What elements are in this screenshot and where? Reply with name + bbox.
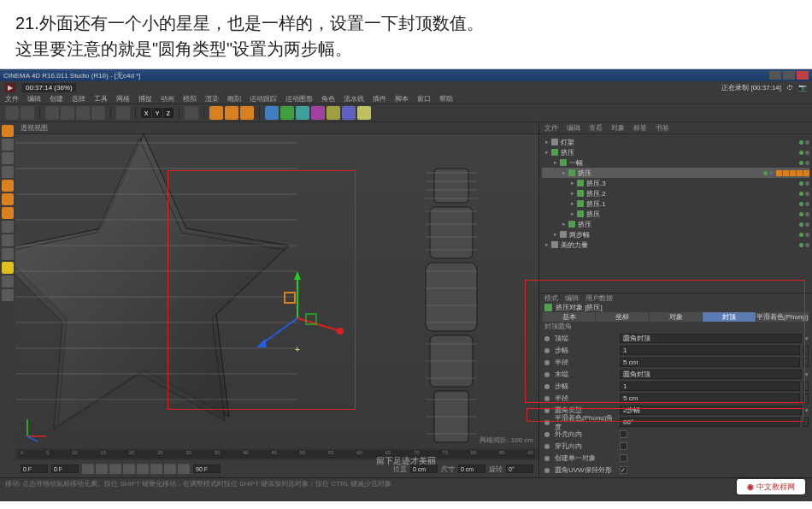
dropdown-field[interactable]: 2步幅 (620, 405, 802, 415)
workplane-button[interactable] (2, 166, 14, 178)
spinner[interactable] (803, 346, 809, 355)
snap-button[interactable] (2, 262, 14, 274)
planar-workplane-button[interactable] (2, 289, 14, 301)
close-button[interactable] (797, 71, 809, 80)
redo-button[interactable] (21, 106, 34, 120)
menu-item[interactable]: 渲染 (205, 94, 219, 104)
minimize-button[interactable] (769, 71, 781, 80)
rot-x[interactable]: 0° (506, 465, 533, 473)
coord-sys-button[interactable] (185, 106, 198, 120)
viewport[interactable]: + 网格间距: 100 cm (15, 134, 538, 448)
polygon-mode-button[interactable] (2, 207, 14, 219)
tree-row[interactable]: ▸挤压.2 (542, 188, 809, 198)
menu-item[interactable]: 插件 (373, 94, 386, 104)
menu-item[interactable]: 编辑 (27, 94, 41, 104)
render-view-button[interactable] (209, 106, 223, 120)
prev-frame-button[interactable] (109, 464, 121, 474)
menu-item[interactable]: 工具 (94, 94, 108, 104)
model-mode-button[interactable] (2, 139, 14, 151)
maximize-button[interactable] (783, 71, 795, 80)
axis-mode-button[interactable] (2, 221, 14, 233)
tree-row[interactable]: ▸挤压 (542, 219, 809, 229)
texture-mode-button[interactable] (2, 152, 14, 164)
tree-row[interactable]: ▸挤压 (542, 168, 809, 178)
attr-tab[interactable]: 平滑着色(Phong) (756, 312, 809, 322)
tree-row[interactable]: ▸挤压.3 (542, 178, 809, 188)
tree-row[interactable]: ▸两步幅 (542, 229, 809, 240)
spinner[interactable] (803, 382, 809, 391)
frame-current[interactable]: 0 F (51, 465, 79, 473)
render-region-button[interactable] (225, 106, 238, 120)
attr-tab[interactable]: 对象 (650, 312, 702, 322)
play-back-button[interactable] (123, 464, 135, 474)
checkbox[interactable] (620, 430, 627, 438)
camera-button[interactable] (342, 106, 356, 120)
timeline[interactable]: 051015202530354045505560657075808590 (15, 448, 538, 460)
menu-item[interactable]: 窗口 (417, 94, 431, 104)
number-field[interactable]: 1 (620, 346, 800, 355)
number-field[interactable]: 5 cm (620, 394, 800, 403)
tree-row[interactable]: ▸挤压 (542, 209, 809, 219)
menu-item[interactable]: 运动图形 (285, 94, 313, 104)
menu-item[interactable]: 运动跟踪 (250, 94, 277, 104)
attr-header-item[interactable]: 用户数据 (585, 293, 613, 303)
number-field[interactable]: 60° (620, 417, 800, 427)
spinner[interactable] (803, 394, 809, 403)
edge-mode-button[interactable] (2, 193, 14, 205)
last-tool-button[interactable] (116, 106, 130, 120)
panel-tab[interactable]: 查看 (589, 123, 603, 133)
next-frame-button[interactable] (150, 464, 162, 474)
attr-tab[interactable]: 基本 (543, 312, 595, 322)
attr-header-item[interactable]: 模式 (544, 293, 558, 303)
menu-item[interactable]: 捕捉 (138, 94, 152, 104)
menu-item[interactable]: 雕刻 (227, 94, 241, 104)
timeline-scrubber[interactable]: 051015202530354045505560657075808590 (19, 450, 535, 459)
tree-row[interactable]: ▸挤压 (542, 147, 809, 157)
attr-header-item[interactable]: 编辑 (565, 293, 579, 303)
move-button[interactable] (61, 106, 74, 120)
panel-tab[interactable]: 编辑 (567, 123, 580, 133)
scale-button[interactable] (76, 106, 90, 120)
panel-tab[interactable]: 书签 (656, 123, 669, 133)
spinner[interactable] (803, 358, 809, 367)
camera-icon[interactable]: 📷 (798, 84, 807, 92)
make-editable-button[interactable] (2, 125, 14, 137)
next-key-button[interactable] (164, 464, 176, 474)
tree-row[interactable]: ▸一幅 (542, 157, 809, 168)
locked-workplane-button[interactable] (2, 275, 14, 287)
menu-item[interactable]: 选择 (72, 94, 85, 104)
undo-button[interactable] (5, 106, 19, 120)
point-mode-button[interactable] (2, 180, 14, 192)
deformer-button[interactable] (311, 106, 325, 120)
dropdown-field[interactable]: 圆角封顶 (620, 334, 802, 343)
tree-row[interactable]: ▸灯架 (542, 137, 809, 147)
frame-end[interactable]: 90 F (193, 465, 221, 473)
menu-item[interactable]: 网格 (116, 94, 130, 104)
rotate-button[interactable] (91, 106, 105, 120)
go-end-button[interactable] (178, 464, 190, 474)
tree-row[interactable]: ▸美的力量 (542, 240, 809, 250)
go-start-button[interactable] (82, 464, 94, 474)
live-select-button[interactable] (45, 106, 59, 120)
panel-tab[interactable]: 文件 (544, 123, 558, 133)
tree-row[interactable]: ▸挤压.1 (542, 198, 809, 209)
menu-item[interactable]: 帮助 (439, 94, 453, 104)
menu-item[interactable]: 角色 (321, 94, 335, 104)
spline-button[interactable] (280, 106, 294, 120)
environment-button[interactable] (327, 106, 340, 120)
object-tree[interactable]: ▸灯架▸挤压▸一幅▸挤压▸挤压.3▸挤压.2▸挤压.1▸挤压▸挤压▸两步幅▸美的… (539, 134, 812, 293)
dropdown-field[interactable]: 圆角封顶 (620, 370, 802, 379)
spinner[interactable] (803, 417, 809, 427)
frame-start[interactable]: 0 F (21, 465, 48, 473)
size-x[interactable]: 0 cm (458, 465, 485, 473)
number-field[interactable]: 1 (620, 382, 800, 391)
attr-tab[interactable]: 坐标 (596, 312, 648, 322)
menu-item[interactable]: 脚本 (395, 94, 409, 104)
generator-button[interactable] (296, 106, 309, 120)
panel-tab[interactable]: 标签 (633, 123, 647, 133)
menu-item[interactable]: 文件 (5, 94, 19, 104)
number-field[interactable]: 5 cm (620, 358, 800, 367)
light-button[interactable] (357, 106, 371, 120)
checkbox[interactable] (620, 454, 627, 462)
menu-item[interactable]: 动画 (161, 94, 174, 104)
